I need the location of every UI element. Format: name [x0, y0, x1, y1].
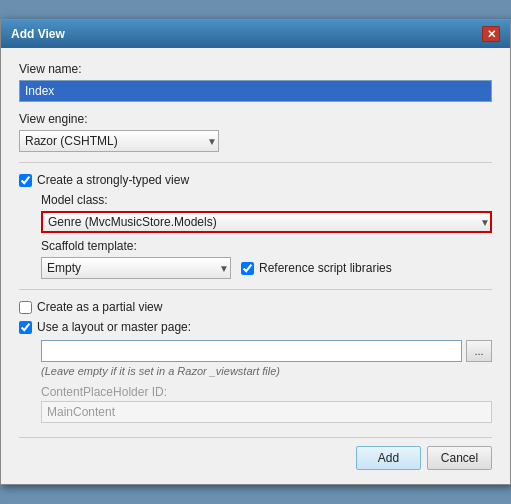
layout-input-row: ...	[41, 340, 492, 362]
content-placeholder-section: ContentPlaceHolder ID:	[41, 385, 492, 423]
layout-path-input[interactable]	[41, 340, 462, 362]
view-name-label: View name:	[19, 62, 492, 76]
title-bar: Add View ✕	[1, 20, 510, 48]
view-name-input[interactable]	[19, 80, 492, 102]
partial-view-label: Create as a partial view	[37, 300, 162, 314]
dialog-title: Add View	[11, 27, 65, 41]
scaffold-select[interactable]: Empty Create Delete Details Edit List	[41, 257, 231, 279]
partial-view-checkbox[interactable]	[19, 301, 32, 314]
content-placeholder-input	[41, 401, 492, 423]
view-engine-section: View engine: Razor (CSHTML) ASPX Spark ▼	[19, 112, 492, 152]
layout-checkbox-label[interactable]: Use a layout or master page:	[19, 320, 492, 334]
partial-view-checkbox-label[interactable]: Create as a partial view	[19, 300, 492, 314]
view-name-section: View name:	[19, 62, 492, 102]
model-class-label: Model class:	[41, 193, 492, 207]
cancel-button[interactable]: Cancel	[427, 446, 492, 470]
divider-2	[19, 289, 492, 290]
close-button[interactable]: ✕	[482, 26, 500, 42]
strongly-typed-checkbox-label[interactable]: Create a strongly-typed view	[19, 173, 492, 187]
view-engine-label: View engine:	[19, 112, 492, 126]
content-placeholder-label: ContentPlaceHolder ID:	[41, 385, 492, 399]
add-view-dialog: Add View ✕ View name: View engine: Razor…	[0, 19, 511, 485]
view-engine-select-wrapper: Razor (CSHTML) ASPX Spark ▼	[19, 130, 219, 152]
browse-button[interactable]: ...	[466, 340, 492, 362]
layout-section: Use a layout or master page: ... (Leave …	[19, 320, 492, 423]
layout-checkbox[interactable]	[19, 321, 32, 334]
scaffold-row: Empty Create Delete Details Edit List ▼ …	[41, 257, 492, 279]
reference-scripts-label: Reference script libraries	[259, 261, 392, 275]
button-row: Add Cancel	[19, 437, 492, 470]
reference-scripts-checkbox-label[interactable]: Reference script libraries	[241, 261, 392, 275]
scaffold-select-wrapper: Empty Create Delete Details Edit List ▼	[41, 257, 231, 279]
scaffold-section: Scaffold template: Empty Create Delete D…	[41, 239, 492, 279]
strongly-typed-checkbox[interactable]	[19, 174, 32, 187]
layout-label: Use a layout or master page:	[37, 320, 191, 334]
add-button[interactable]: Add	[356, 446, 421, 470]
view-engine-select[interactable]: Razor (CSHTML) ASPX Spark	[19, 130, 219, 152]
model-class-select[interactable]: Genre (MvcMusicStore.Models) Album (MvcM…	[41, 211, 492, 233]
layout-input-section: ... (Leave empty if it is set in a Razor…	[41, 340, 492, 377]
strongly-typed-label: Create a strongly-typed view	[37, 173, 189, 187]
model-class-section: Model class: Genre (MvcMusicStore.Models…	[41, 193, 492, 233]
reference-scripts-checkbox[interactable]	[241, 262, 254, 275]
divider-1	[19, 162, 492, 163]
layout-hint: (Leave empty if it is set in a Razor _vi…	[41, 365, 492, 377]
dialog-body: View name: View engine: Razor (CSHTML) A…	[1, 48, 510, 484]
model-class-select-wrapper: Genre (MvcMusicStore.Models) Album (MvcM…	[41, 211, 492, 233]
scaffold-label: Scaffold template:	[41, 239, 492, 253]
